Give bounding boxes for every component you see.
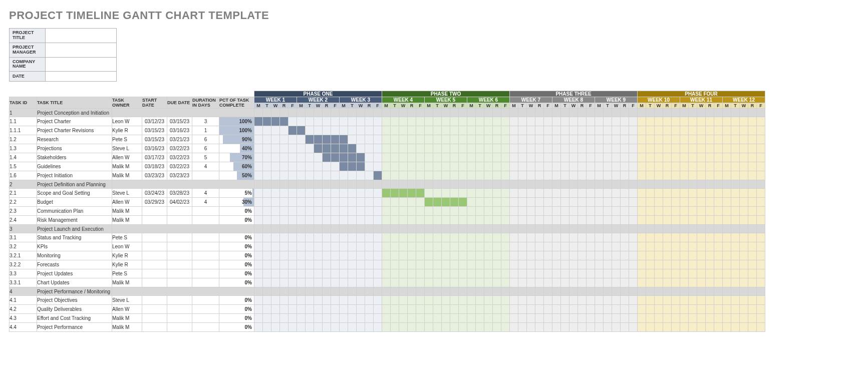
cell-task-title[interactable]: Projections [37, 144, 112, 153]
timeline-cell[interactable] [501, 126, 510, 135]
timeline-cell[interactable] [391, 171, 399, 180]
timeline-cell[interactable] [331, 126, 340, 135]
timeline-cell[interactable] [288, 189, 297, 198]
timeline-cell[interactable] [493, 242, 501, 251]
timeline-cell[interactable] [544, 233, 552, 242]
timeline-cell[interactable] [450, 109, 459, 117]
timeline-cell[interactable] [578, 171, 587, 180]
timeline-cell[interactable] [561, 117, 569, 126]
timeline-cell[interactable] [314, 287, 323, 296]
timeline-cell[interactable] [612, 117, 621, 126]
timeline-cell[interactable] [629, 162, 638, 171]
timeline-cell[interactable] [731, 126, 740, 135]
timeline-cell[interactable] [323, 189, 331, 198]
cell-pct-complete[interactable]: 100% [219, 117, 254, 126]
timeline-cell[interactable] [663, 287, 672, 296]
timeline-cell[interactable] [757, 260, 765, 269]
timeline-cell[interactable] [459, 171, 467, 180]
timeline-cell[interactable] [382, 144, 391, 153]
cell-task-title[interactable]: Project Objectives [37, 296, 112, 305]
timeline-cell[interactable] [561, 225, 569, 233]
timeline-cell[interactable] [646, 323, 655, 332]
timeline-cell[interactable] [271, 251, 280, 260]
cell-duration[interactable] [192, 314, 219, 323]
timeline-cell[interactable] [578, 278, 587, 287]
timeline-cell[interactable] [288, 323, 297, 332]
timeline-cell[interactable] [706, 269, 714, 278]
timeline-cell[interactable] [408, 233, 416, 242]
timeline-cell[interactable] [323, 269, 331, 278]
timeline-cell[interactable] [331, 242, 340, 251]
timeline-cell[interactable] [646, 135, 655, 144]
timeline-cell[interactable] [646, 180, 655, 189]
timeline-cell[interactable] [306, 287, 314, 296]
timeline-cell[interactable] [271, 314, 280, 323]
timeline-cell[interactable] [740, 233, 748, 242]
timeline-cell[interactable] [348, 296, 357, 305]
timeline-cell[interactable] [314, 278, 323, 287]
timeline-cell[interactable] [391, 233, 399, 242]
timeline-cell[interactable] [433, 251, 442, 260]
timeline-cell[interactable] [510, 269, 518, 278]
cell-task-title[interactable]: Project Charter Revisions [37, 126, 112, 135]
timeline-cell[interactable] [569, 135, 578, 144]
timeline-cell[interactable] [314, 233, 323, 242]
timeline-cell[interactable] [348, 278, 357, 287]
timeline-cell[interactable] [416, 296, 425, 305]
timeline-cell[interactable] [391, 117, 399, 126]
timeline-cell[interactable] [280, 225, 288, 233]
timeline-cell[interactable] [604, 153, 612, 162]
timeline-cell[interactable] [731, 144, 740, 153]
cell-due-date[interactable] [167, 251, 192, 260]
timeline-cell[interactable] [425, 305, 433, 314]
timeline-cell[interactable] [714, 109, 723, 117]
timeline-cell[interactable] [697, 207, 706, 216]
timeline-cell[interactable] [459, 260, 467, 269]
timeline-cell[interactable] [484, 305, 493, 314]
timeline-cell[interactable] [271, 207, 280, 216]
timeline-cell[interactable] [450, 260, 459, 269]
timeline-cell[interactable] [612, 171, 621, 180]
cell-pct-complete[interactable]: 0% [219, 323, 254, 332]
timeline-cell[interactable] [450, 198, 459, 207]
timeline-cell[interactable] [621, 278, 629, 287]
timeline-cell[interactable] [757, 180, 765, 189]
timeline-cell[interactable] [638, 251, 646, 260]
timeline-cell[interactable] [323, 323, 331, 332]
timeline-cell[interactable] [621, 153, 629, 162]
cell-owner[interactable]: Malik M [112, 323, 142, 332]
timeline-cell[interactable] [425, 198, 433, 207]
timeline-cell[interactable] [697, 296, 706, 305]
timeline-cell[interactable] [306, 171, 314, 180]
timeline-cell[interactable] [416, 323, 425, 332]
timeline-cell[interactable] [399, 126, 408, 135]
timeline-cell[interactable] [382, 207, 391, 216]
timeline-cell[interactable] [493, 296, 501, 305]
timeline-cell[interactable] [569, 260, 578, 269]
timeline-cell[interactable] [518, 323, 527, 332]
timeline-cell[interactable] [306, 216, 314, 225]
cell-due-date[interactable]: 03/21/23 [167, 135, 192, 144]
timeline-cell[interactable] [535, 180, 544, 189]
cell-duration[interactable]: 4 [192, 162, 219, 171]
cell-task-id[interactable]: 1.6 [10, 171, 37, 180]
timeline-cell[interactable] [467, 207, 476, 216]
timeline-cell[interactable] [467, 144, 476, 153]
timeline-cell[interactable] [723, 171, 731, 180]
timeline-cell[interactable] [595, 296, 604, 305]
timeline-cell[interactable] [604, 207, 612, 216]
timeline-cell[interactable] [527, 225, 535, 233]
timeline-cell[interactable] [459, 233, 467, 242]
timeline-cell[interactable] [501, 305, 510, 314]
timeline-cell[interactable] [638, 144, 646, 153]
timeline-cell[interactable] [442, 296, 450, 305]
timeline-cell[interactable] [391, 287, 399, 296]
timeline-cell[interactable] [484, 144, 493, 153]
timeline-cell[interactable] [604, 278, 612, 287]
cell-start-date[interactable]: 03/29/23 [142, 198, 167, 207]
timeline-cell[interactable] [467, 278, 476, 287]
cell-due-date[interactable] [167, 269, 192, 278]
timeline-cell[interactable] [748, 269, 757, 278]
timeline-cell[interactable] [621, 126, 629, 135]
cell-owner[interactable]: Steve L [112, 189, 142, 198]
